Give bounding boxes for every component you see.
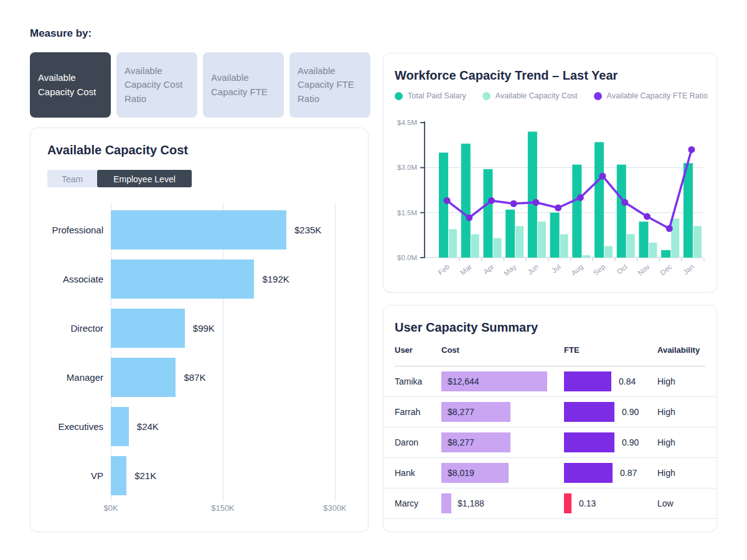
trend-x-ticks	[459, 258, 704, 261]
trend-x-labels: FebMarAprMayJunJulAugSepOctNovDecJan	[436, 263, 695, 278]
user-name: Daron	[395, 427, 418, 457]
x-tick-label-jun: Jun	[526, 263, 540, 276]
x-tick-label-sep: Sep	[592, 263, 606, 276]
user-name: Marcy	[395, 488, 418, 518]
bar-director	[111, 309, 185, 348]
measure-option-available-capacity-fte-ratio[interactable]: Available Capacity FTE Ratio	[289, 52, 370, 118]
x-tick-label-nov: Nov	[636, 263, 651, 276]
cost-value: $8,277	[448, 402, 474, 422]
user-name: Tamika	[395, 366, 422, 396]
bar-label-executives: Executives	[31, 407, 103, 446]
fte-value: 0.87	[620, 458, 637, 488]
table-row-tamika: Tamika$12,6440.84High	[383, 366, 716, 397]
x-tick-label: $0K	[103, 503, 118, 513]
bar-associate	[111, 259, 254, 299]
bar-value-vp: $21K	[134, 456, 156, 495]
y-tick-label: $1.5M	[397, 209, 417, 217]
cost-value: $8,277	[448, 432, 474, 452]
x-tick-label-oct: Oct	[616, 263, 629, 276]
fte-bar	[564, 432, 614, 452]
user-name: Farrah	[395, 397, 420, 427]
table-row-marcy: Marcy$1,1880.13Low	[383, 488, 716, 519]
cost-bar	[441, 493, 451, 513]
bar-label-manager: Manager	[31, 358, 103, 397]
x-tick-label-apr: Apr	[482, 263, 496, 276]
cost-value: $8,019	[448, 463, 474, 483]
y-tick-label: $4.5M	[397, 119, 417, 126]
measure-button-group: Available Capacity CostAvailable Capacit…	[30, 52, 370, 118]
bar-value-associate: $192K	[262, 259, 289, 299]
table-row-farrah: Farrah$8,2770.90High	[383, 397, 716, 427]
table-row-hank: Hank$8,0190.87High	[383, 458, 716, 488]
measure-option-available-capacity-cost-ratio[interactable]: Available Capacity Cost Ratio	[116, 52, 197, 118]
fte-value: 0.13	[579, 488, 596, 518]
user-name: Hank	[395, 458, 415, 488]
trend-chart: $0.0M$1.5M$3.0M$4.5MFebMarAprMayJunJulAu…	[383, 54, 718, 293]
y-tick-label: $0.0M	[397, 254, 417, 261]
availability-value: Low	[657, 488, 674, 518]
bar-label-director: Director	[31, 309, 103, 348]
cost-value: $12,644	[448, 371, 479, 391]
fte-value: 0.90	[622, 427, 639, 457]
column-header-cost: Cost	[441, 345, 459, 355]
availability-value: High	[657, 397, 675, 427]
bar-value-executives: $24K	[137, 407, 159, 446]
x-tick-label-dec: Dec	[659, 263, 674, 276]
x-tick-label-mar: Mar	[459, 263, 473, 276]
x-tick-label: $300K	[323, 503, 347, 513]
fte-value: 0.90	[622, 397, 639, 427]
availability-value: High	[657, 366, 675, 396]
x-tick-label-aug: Aug	[570, 263, 584, 276]
bar-value-professional: $235K	[294, 210, 321, 250]
bar-professional	[111, 210, 286, 250]
available-capacity-cost-card: Available Capacity Cost TeamEmployee Lev…	[30, 128, 369, 532]
y-tick-label: $3.0M	[397, 164, 417, 171]
bar-label-associate: Associate	[31, 259, 103, 299]
x-tick-label-jul: Jul	[550, 263, 562, 274]
user-capacity-summary-card: User Capacity Summary UserCostFTEAvailab…	[383, 305, 717, 532]
gridline-$300K	[335, 203, 336, 502]
column-header-availability: Availability	[657, 345, 700, 355]
table-row-daron: Daron$8,2770.90High	[383, 427, 716, 458]
x-tick-label-jan: Jan	[682, 263, 695, 276]
x-tick-label-may: May	[502, 263, 518, 277]
measure-option-available-capacity-fte[interactable]: Available Capacity FTE	[203, 52, 284, 118]
fte-value: 0.84	[619, 366, 636, 396]
bar-executives	[111, 407, 129, 446]
measure-by-label: Measure by:	[30, 27, 92, 40]
trend-y-axis: $0.0M$1.5M$3.0M$4.5M	[397, 119, 425, 261]
trend-line-available-capacity-fte-ratio	[444, 146, 695, 232]
measure-option-available-capacity-cost[interactable]: Available Capacity Cost	[30, 52, 111, 118]
fte-bar	[564, 493, 571, 513]
x-tick-label: $150K	[211, 503, 235, 513]
availability-value: High	[657, 458, 675, 488]
x-tick-label-feb: Feb	[436, 263, 451, 276]
availability-value: High	[657, 427, 675, 457]
cost-value: $1,188	[458, 493, 484, 513]
fte-bar	[564, 402, 614, 422]
summary-table-rows: Tamika$12,6440.84HighFarrah$8,2770.90Hig…	[383, 366, 716, 519]
column-header-fte: FTE	[564, 345, 580, 355]
bar-vp	[111, 456, 126, 495]
bar-value-manager: $87K	[184, 358, 205, 397]
workforce-trend-card: Workforce Capacity Trend – Last Year Tot…	[383, 53, 717, 292]
column-header-user: User	[395, 345, 413, 355]
bar-label-vp: VP	[31, 456, 103, 495]
bar-value-director: $99K	[193, 309, 215, 348]
summary-title: User Capacity Summary	[395, 320, 538, 335]
bar-manager	[111, 358, 176, 397]
capacity-cost-chart: $0K$150K$300KProfessional$235KAssociate$…	[31, 128, 368, 531]
fte-bar	[564, 463, 613, 483]
bar-label-professional: Professional	[31, 210, 103, 250]
fte-bar	[564, 371, 611, 391]
